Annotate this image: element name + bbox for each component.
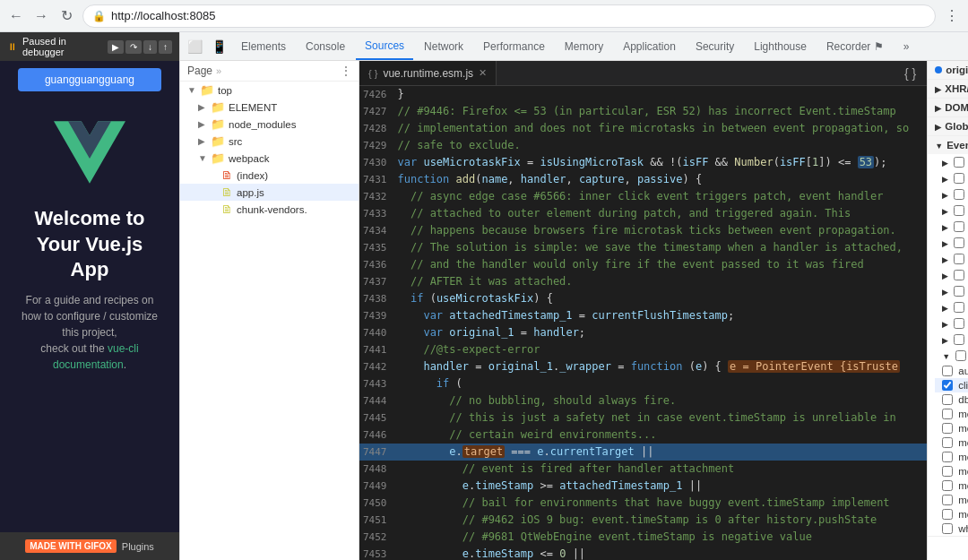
clipboard-checkbox[interactable] — [954, 205, 964, 216]
bp-item-ad-auction[interactable]: Ad Auction Worklet — [928, 154, 968, 170]
tree-item-node-modules[interactable]: ▶ 📁 node_modules — [180, 116, 359, 133]
mouse-item-mouseleave[interactable]: mouseleave — [935, 493, 968, 507]
bp-item-clipboard[interactable]: Clipboard — [928, 202, 968, 219]
tab-console[interactable]: Console — [297, 32, 354, 60]
mousemove-checkbox[interactable] — [942, 452, 953, 462]
mouse-item-mousewheel[interactable]: mousewheel — [935, 507, 968, 521]
src-folder-icon: 📁 — [211, 134, 225, 148]
keyboard-checkbox[interactable] — [954, 302, 964, 313]
node-modules-folder-icon: 📁 — [211, 117, 225, 131]
tree-item-index[interactable]: ▶ 🗎 (index) — [180, 167, 359, 184]
tree-item-app-js[interactable]: ▶ 🗎 app.js — [180, 184, 359, 201]
device-checkbox[interactable] — [954, 254, 964, 264]
mouse-item-mouseout[interactable]: mouseout — [935, 464, 968, 478]
drag-drop-checkbox[interactable] — [954, 270, 964, 280]
tab-lighthouse[interactable]: Lighthouse — [745, 32, 816, 60]
mouse-checkbox[interactable] — [955, 350, 966, 361]
refresh-button[interactable]: ↻ — [57, 7, 75, 25]
xhr-header[interactable]: XHR/fetch Breakpoints — [928, 80, 968, 98]
tree-item-top[interactable]: ▼ 📁 top — [180, 82, 359, 99]
resume-button[interactable]: ▶ — [108, 40, 124, 54]
code-editor[interactable]: 7426 } 7427 // #9446: Firefox <= 53 (in … — [359, 86, 927, 560]
tree-item-element[interactable]: ▶ 📁 ELEMENT — [180, 99, 359, 116]
load-checkbox[interactable] — [954, 318, 964, 329]
code-tab-close[interactable]: ✕ — [479, 67, 487, 79]
tab-security[interactable]: Security — [687, 32, 743, 60]
mouse-item-mouseover[interactable]: mouseover — [935, 435, 968, 450]
step-over-button[interactable]: ↷ — [125, 40, 142, 54]
step-out-button[interactable]: ↑ — [159, 40, 172, 54]
click-checkbox[interactable] — [942, 380, 953, 391]
tab-network[interactable]: Network — [415, 32, 472, 60]
mouse-item-mouseenter[interactable]: mouseenter — [935, 478, 968, 493]
auxclick-checkbox[interactable] — [942, 366, 953, 376]
bp-item-mouse[interactable]: Mouse — [928, 348, 968, 364]
address-bar[interactable]: 🔒 http://localhost:8085 — [82, 4, 936, 28]
global-header[interactable]: Global Listeners — [928, 117, 968, 135]
tree-item-src[interactable]: ▶ 📁 src — [180, 133, 359, 150]
tree-item-webpack[interactable]: ▼ 📁 webpack — [180, 150, 359, 167]
bp-item-geolocation[interactable]: Geolocation — [928, 283, 968, 299]
bp-item-keyboard[interactable]: Keyboard — [928, 299, 968, 315]
tab-memory[interactable]: Memory — [556, 32, 612, 60]
code-tab-vue-runtime[interactable]: { } vue.runtime.esm.js ✕ — [359, 61, 497, 85]
mouseenter-checkbox[interactable] — [942, 480, 953, 491]
tab-recorder[interactable]: Recorder ⚑ — [817, 32, 893, 60]
step-icon[interactable]: ↓ — [143, 40, 157, 54]
drag-drop-arrow — [942, 270, 948, 280]
devtools-inspect-button[interactable]: ⬜ — [184, 38, 206, 56]
chunk-file-icon: 🗎 — [221, 202, 233, 216]
mouse-item-mouseup[interactable]: mouseup — [935, 421, 968, 435]
tree-label-index: (index) — [237, 170, 268, 181]
event-listener-header[interactable]: Event Listener Breakpo — [928, 136, 968, 154]
bp-item-dom-mutation[interactable]: DOM Mutation — [928, 235, 968, 251]
dom-mutation-checkbox[interactable] — [954, 237, 964, 248]
mouseover-checkbox[interactable] — [942, 437, 953, 448]
mouse-item-mousemove[interactable]: mousemove — [935, 450, 968, 464]
back-button[interactable]: ← — [7, 7, 25, 25]
bp-item-device[interactable]: Device — [928, 251, 968, 267]
bp-item-animation[interactable]: Animation — [928, 170, 968, 186]
devtools-device-button[interactable]: 📱 — [208, 38, 230, 56]
tab-performance[interactable]: Performance — [474, 32, 554, 60]
control-checkbox[interactable] — [954, 221, 964, 232]
mouseup-checkbox[interactable] — [942, 423, 953, 434]
src-arrow-icon: ▶ — [198, 136, 207, 146]
bp-item-canvas[interactable]: Canvas — [928, 186, 968, 202]
mousedown-checkbox[interactable] — [942, 409, 953, 419]
file-tree-menu-icon[interactable]: ⋮ — [341, 65, 351, 77]
mouseleave-checkbox[interactable] — [942, 495, 953, 505]
dom-header[interactable]: DOM Breakpoints — [928, 99, 968, 116]
mouse-item-wheel[interactable]: wheel — [935, 521, 968, 536]
bp-item-control[interactable]: Control — [928, 219, 968, 235]
tab-elements[interactable]: Elements — [232, 32, 295, 60]
mousewheel-checkbox[interactable] — [942, 509, 953, 520]
dblclick-checkbox[interactable] — [942, 394, 953, 405]
tab-sources[interactable]: Sources — [356, 32, 413, 60]
forward-button[interactable]: → — [32, 7, 50, 25]
bp-item-load[interactable]: Load — [928, 315, 968, 332]
mouse-item-mousedown[interactable]: mousedown — [935, 407, 968, 421]
code-format-button[interactable]: { } — [901, 65, 920, 82]
extensions-button[interactable]: ⋮ — [943, 7, 961, 25]
dom-mutation-arrow — [942, 237, 948, 248]
user-button[interactable]: guangguangguang — [18, 68, 161, 91]
file-tree-more-icon[interactable]: » — [216, 65, 221, 76]
media-checkbox[interactable] — [954, 334, 964, 345]
bp-item-media[interactable]: Media — [928, 332, 968, 348]
geolocation-checkbox[interactable] — [954, 286, 964, 297]
tree-item-chunk-vendors[interactable]: ▶ 🗎 chunk-vendors. — [180, 201, 359, 218]
original-wrapper-header[interactable]: original_1._wrapper — [928, 61, 968, 79]
mouse-item-dblclick[interactable]: dblclick — [935, 392, 968, 407]
mouse-item-auxclick[interactable]: auxclick — [935, 364, 968, 378]
wheel-checkbox[interactable] — [942, 523, 953, 534]
xhr-label: XHR/fetch Breakpoints — [945, 83, 968, 94]
tab-application[interactable]: Application — [614, 32, 685, 60]
mouseout-checkbox[interactable] — [942, 466, 953, 477]
ad-auction-checkbox[interactable] — [954, 157, 964, 168]
canvas-checkbox[interactable] — [954, 189, 964, 200]
bp-item-drag-drop[interactable]: Drag / drop — [928, 267, 968, 283]
mouse-item-click[interactable]: click — [935, 378, 968, 392]
animation-checkbox[interactable] — [954, 173, 964, 184]
tab-more[interactable]: » — [895, 32, 919, 60]
